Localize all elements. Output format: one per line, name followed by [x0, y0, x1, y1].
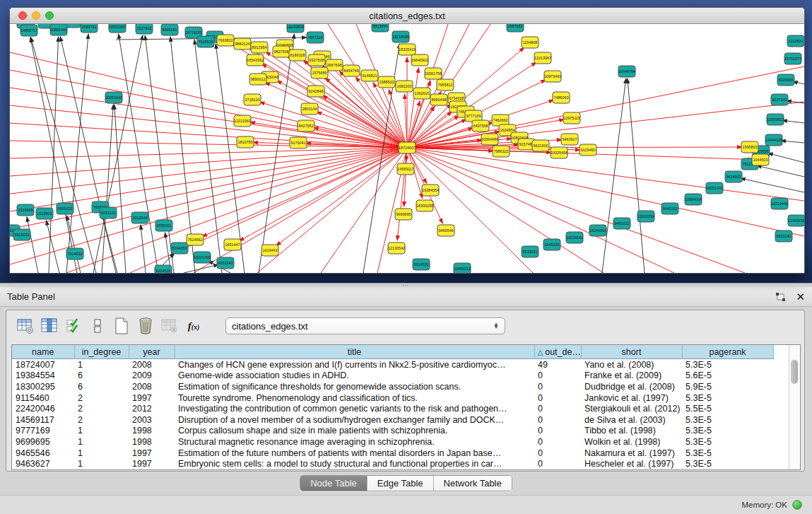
graph-node[interactable]: 12130542 [388, 243, 405, 254]
graph-node[interactable]: 1527602 [136, 24, 153, 34]
graph-node[interactable]: 12213967 [534, 52, 551, 64]
graph-node[interactable]: 6051243 [217, 257, 234, 269]
graph-node[interactable]: 16244501 [589, 225, 606, 236]
cell-in_degree[interactable]: 2 [74, 403, 129, 414]
graph-node[interactable]: 9929966 [777, 74, 794, 86]
graph-node[interactable]: 7663822 [217, 35, 234, 46]
cell-short[interactable]: Jankovic et al. (1997) [581, 392, 682, 404]
graph-node[interactable]: 2803144 [301, 103, 318, 115]
table-row[interactable]: 946554611997Estimation of the future num… [12, 448, 773, 459]
table-select-dropdown[interactable]: citations_edges.txt ▲▼ [225, 317, 505, 334]
cell-name[interactable]: 9115460 [12, 392, 74, 404]
graph-edge[interactable] [141, 225, 146, 273]
graph-node[interactable]: 8813054 [372, 24, 389, 32]
column-header-name[interactable]: name [12, 345, 74, 359]
cell-pagerank[interactable]: 5.9E-5 [682, 381, 773, 392]
cell-year[interactable]: 1997 [129, 448, 175, 459]
cell-in_degree[interactable]: 6 [74, 381, 129, 392]
cell-title[interactable]: Tourette syndrome. Phenomenology and cla… [175, 392, 534, 404]
graph-node[interactable]: 20053346 [105, 92, 122, 103]
table-vertical-scrollbar[interactable] [789, 345, 800, 469]
graph-node[interactable]: 16051342 [706, 182, 723, 194]
minimize-window-button[interactable] [32, 11, 40, 20]
cell-title[interactable]: Genome-wide association studies in ADHD. [175, 370, 534, 382]
graph-edge[interactable] [31, 37, 96, 273]
cell-name[interactable]: 9699695 [12, 436, 74, 448]
zoom-window-button[interactable] [45, 11, 54, 20]
graph-node[interactable]: 2089791 [81, 24, 98, 33]
graph-node[interactable]: 9860124 [234, 38, 251, 49]
table-row[interactable]: 1872400712008Changes of HCN gene express… [12, 359, 773, 370]
graph-node[interactable]: 9045102 [661, 203, 678, 214]
graph-node[interactable]: 9314520 [413, 259, 430, 270]
graph-node[interactable]: 1651447 [224, 239, 241, 250]
graph-edge[interactable] [119, 34, 158, 273]
graph-node[interactable]: 9115460 [579, 144, 596, 156]
graph-node[interactable]: 2718120 [244, 94, 261, 105]
cell-title[interactable]: Corpus callosum shape and size in male p… [175, 426, 534, 437]
graph-node[interactable]: 18300295 [416, 200, 433, 211]
graph-node[interactable]: 9170041 [290, 137, 307, 148]
cell-short[interactable]: Stergiakouli et al. (2012) [581, 403, 682, 414]
cell-in_degree[interactable]: 1 [74, 458, 129, 469]
scrollbar-thumb[interactable] [791, 360, 798, 384]
tab-node-table[interactable]: Node Table [300, 476, 367, 491]
column-header-year[interactable]: year [129, 345, 175, 359]
graph-node[interactable]: 18325419 [399, 44, 416, 55]
graph-edge[interactable] [60, 37, 116, 273]
column-header-pagerank[interactable]: pagerank [682, 345, 773, 359]
graph-edge[interactable] [782, 120, 804, 123]
table-row[interactable]: 911546021997Tourette syndrome. Phenomeno… [12, 392, 773, 404]
graph-node[interactable]: 10450213 [454, 263, 471, 273]
cell-in_degree[interactable]: 6 [74, 370, 129, 382]
cell-title[interactable]: Estimation of significance thresholds fo… [175, 381, 534, 392]
graph-node[interactable]: 8990448 [430, 94, 447, 105]
cell-in_degree[interactable]: 1 [74, 359, 129, 370]
graph-edge[interactable] [757, 165, 804, 177]
delete-table-icon[interactable] [135, 315, 156, 337]
cell-in_degree[interactable]: 2 [74, 392, 129, 404]
graph-node[interactable]: 12444128 [765, 134, 782, 146]
cell-short[interactable]: Yano et al. (2008) [581, 359, 682, 370]
graph-node[interactable]: 7615526 [197, 36, 214, 47]
graph-edge[interactable] [10, 148, 407, 176]
cell-title[interactable]: Embryonic stem cells: a model to study s… [175, 458, 534, 469]
cell-out_degree[interactable]: 0 [534, 392, 581, 404]
graph-node[interactable]: 20564486 [481, 134, 498, 145]
cell-name[interactable]: 18724007 [12, 359, 74, 370]
cell-short[interactable]: Hescheler et al. (1997) [581, 458, 682, 469]
import-table-icon[interactable] [159, 315, 180, 337]
graph-edge[interactable] [781, 141, 804, 143]
graph-node[interactable]: 9466161 [161, 24, 178, 35]
graph-node[interactable]: 6497568 [472, 120, 489, 132]
float-panel-icon[interactable] [775, 292, 786, 302]
cell-out_degree[interactable]: 0 [534, 414, 581, 426]
graph-node[interactable]: 10954024 [685, 194, 702, 205]
graph-node[interactable]: 19218596 [392, 31, 409, 42]
cell-year[interactable]: 2009 [129, 370, 175, 382]
cell-pagerank[interactable]: 5.3E-5 [682, 458, 773, 469]
graph-node[interactable]: 9933140 [775, 230, 792, 242]
cell-out_degree[interactable]: 0 [534, 426, 581, 437]
graph-edge[interactable] [93, 35, 143, 273]
network-canvas[interactable]: 1883104206913210032171405571720891406208… [10, 24, 804, 273]
graph-edge[interactable] [102, 105, 113, 273]
cell-year[interactable]: 2008 [129, 359, 175, 370]
graph-edge[interactable] [397, 148, 407, 240]
graph-edge[interactable] [404, 148, 407, 206]
graph-edge[interactable] [628, 78, 645, 273]
cell-out_degree[interactable]: 0 [534, 403, 581, 414]
cell-name[interactable]: 9463627 [12, 458, 74, 469]
cell-out_degree[interactable]: 0 [534, 381, 581, 392]
cell-short[interactable]: Tibbo et al. (1998) [581, 426, 682, 437]
graph-node[interactable]: 10221405 [194, 252, 211, 263]
cell-in_degree[interactable]: 2 [74, 414, 129, 426]
graph-node[interactable]: 14055717 [20, 25, 37, 36]
graph-edge[interactable] [240, 148, 407, 241]
graph-node[interactable]: 2687682 [507, 24, 524, 32]
cell-in_degree[interactable]: 1 [74, 448, 129, 459]
column-header-out_degree[interactable]: △out_de… [534, 345, 581, 359]
table-row[interactable]: 1456911722003Disruption of a novel membe… [12, 414, 773, 426]
cell-out_degree[interactable]: 0 [534, 370, 581, 382]
cell-title[interactable]: Changes of HCN gene expression and I(f) … [175, 359, 534, 370]
